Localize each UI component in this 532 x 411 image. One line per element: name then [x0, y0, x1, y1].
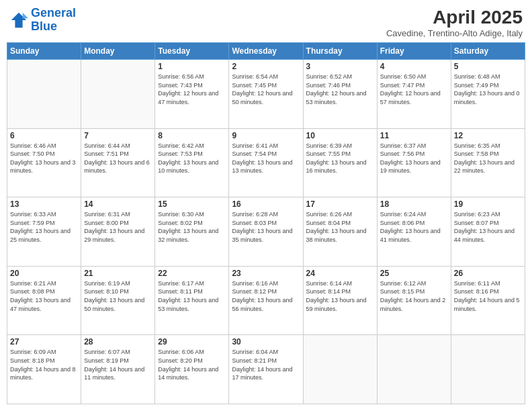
day-info: Sunrise: 6:07 AM Sunset: 8:19 PM Dayligh…: [84, 348, 152, 381]
svg-marker-1: [23, 13, 28, 18]
calendar-cell: 14Sunrise: 6:31 AM Sunset: 8:00 PM Dayli…: [81, 197, 155, 267]
day-number: 3: [306, 62, 374, 71]
logo: General Blue: [9, 7, 76, 34]
day-number: 2: [232, 62, 300, 71]
day-info: Sunrise: 6:26 AM Sunset: 8:04 PM Dayligh…: [306, 210, 374, 244]
day-info: Sunrise: 6:54 AM Sunset: 7:45 PM Dayligh…: [232, 73, 300, 106]
day-info: Sunrise: 6:28 AM Sunset: 8:03 PM Dayligh…: [232, 210, 300, 244]
calendar-cell: 18Sunrise: 6:24 AM Sunset: 8:06 PM Dayli…: [377, 197, 451, 267]
day-number: 12: [454, 131, 522, 140]
col-wednesday: Wednesday: [229, 43, 303, 60]
calendar-week-1: 1Sunrise: 6:56 AM Sunset: 7:43 PM Daylig…: [7, 60, 525, 129]
calendar-week-5: 27Sunrise: 6:09 AM Sunset: 8:18 PM Dayli…: [7, 335, 525, 404]
day-number: 7: [84, 131, 152, 140]
day-number: 10: [306, 131, 374, 140]
day-info: Sunrise: 6:04 AM Sunset: 8:21 PM Dayligh…: [232, 348, 300, 381]
calendar-body: 1Sunrise: 6:56 AM Sunset: 7:43 PM Daylig…: [7, 60, 525, 404]
calendar-table: Sunday Monday Tuesday Wednesday Thursday…: [7, 42, 525, 404]
day-number: 25: [380, 269, 448, 278]
day-info: Sunrise: 6:23 AM Sunset: 8:07 PM Dayligh…: [454, 210, 522, 244]
calendar-cell: 22Sunrise: 6:17 AM Sunset: 8:11 PM Dayli…: [155, 266, 229, 335]
calendar-cell: 28Sunrise: 6:07 AM Sunset: 8:19 PM Dayli…: [81, 335, 155, 404]
col-friday: Friday: [377, 43, 451, 60]
calendar-cell: 29Sunrise: 6:06 AM Sunset: 8:20 PM Dayli…: [155, 335, 229, 404]
day-number: 20: [10, 269, 78, 278]
header: General Blue April 2025 Cavedine, Trenti…: [7, 7, 525, 38]
col-thursday: Thursday: [303, 43, 377, 60]
day-info: Sunrise: 6:46 AM Sunset: 7:50 PM Dayligh…: [10, 142, 78, 175]
day-number: 8: [158, 131, 226, 140]
day-number: 6: [10, 131, 78, 140]
day-number: 13: [10, 199, 78, 209]
calendar-cell: 26Sunrise: 6:11 AM Sunset: 8:16 PM Dayli…: [451, 266, 525, 335]
day-info: Sunrise: 6:21 AM Sunset: 8:08 PM Dayligh…: [10, 279, 78, 313]
day-number: 17: [306, 199, 374, 209]
col-monday: Monday: [81, 43, 155, 60]
calendar-cell: 21Sunrise: 6:19 AM Sunset: 8:10 PM Dayli…: [81, 266, 155, 335]
day-info: Sunrise: 6:16 AM Sunset: 8:12 PM Dayligh…: [232, 279, 300, 313]
subtitle: Cavedine, Trentino-Alto Adige, Italy: [386, 28, 523, 38]
day-number: 24: [306, 269, 374, 278]
day-number: 29: [158, 337, 226, 347]
calendar-cell: 11Sunrise: 6:37 AM Sunset: 7:56 PM Dayli…: [377, 128, 451, 197]
calendar-cell: 13Sunrise: 6:33 AM Sunset: 7:59 PM Dayli…: [7, 197, 81, 267]
calendar-cell: 2Sunrise: 6:54 AM Sunset: 7:45 PM Daylig…: [229, 60, 303, 129]
day-info: Sunrise: 6:52 AM Sunset: 7:46 PM Dayligh…: [306, 73, 374, 106]
day-number: 5: [454, 62, 522, 71]
calendar-cell: 5Sunrise: 6:48 AM Sunset: 7:49 PM Daylig…: [451, 60, 525, 129]
col-sunday: Sunday: [7, 43, 81, 60]
calendar-cell: [303, 335, 377, 404]
day-info: Sunrise: 6:48 AM Sunset: 7:49 PM Dayligh…: [454, 73, 522, 106]
day-info: Sunrise: 6:41 AM Sunset: 7:54 PM Dayligh…: [232, 142, 300, 175]
title-block: April 2025 Cavedine, Trentino-Alto Adige…: [386, 7, 523, 38]
day-number: 21: [84, 269, 152, 278]
day-info: Sunrise: 6:44 AM Sunset: 7:51 PM Dayligh…: [84, 142, 152, 175]
logo-text: General Blue: [31, 7, 76, 34]
day-info: Sunrise: 6:37 AM Sunset: 7:56 PM Dayligh…: [380, 142, 448, 175]
day-number: 11: [380, 131, 448, 140]
day-number: 27: [10, 337, 78, 347]
day-number: 19: [454, 199, 522, 209]
day-number: 9: [232, 131, 300, 140]
day-info: Sunrise: 6:39 AM Sunset: 7:55 PM Dayligh…: [306, 142, 374, 175]
calendar-cell: 1Sunrise: 6:56 AM Sunset: 7:43 PM Daylig…: [155, 60, 229, 129]
day-info: Sunrise: 6:12 AM Sunset: 8:15 PM Dayligh…: [380, 279, 448, 313]
calendar-cell: 3Sunrise: 6:52 AM Sunset: 7:46 PM Daylig…: [303, 60, 377, 129]
day-info: Sunrise: 6:11 AM Sunset: 8:16 PM Dayligh…: [454, 279, 522, 313]
calendar-cell: [7, 60, 81, 129]
day-info: Sunrise: 6:06 AM Sunset: 8:20 PM Dayligh…: [158, 348, 226, 381]
day-info: Sunrise: 6:30 AM Sunset: 8:02 PM Dayligh…: [158, 210, 226, 244]
header-row: Sunday Monday Tuesday Wednesday Thursday…: [7, 43, 525, 60]
calendar-week-2: 6Sunrise: 6:46 AM Sunset: 7:50 PM Daylig…: [7, 128, 525, 197]
day-number: 26: [454, 269, 522, 278]
day-info: Sunrise: 6:17 AM Sunset: 8:11 PM Dayligh…: [158, 279, 226, 313]
calendar-cell: 12Sunrise: 6:35 AM Sunset: 7:58 PM Dayli…: [451, 128, 525, 197]
day-number: 28: [84, 337, 152, 347]
col-tuesday: Tuesday: [155, 43, 229, 60]
calendar-cell: [451, 335, 525, 404]
day-info: Sunrise: 6:24 AM Sunset: 8:06 PM Dayligh…: [380, 210, 448, 244]
day-number: 18: [380, 199, 448, 209]
day-info: Sunrise: 6:33 AM Sunset: 7:59 PM Dayligh…: [10, 210, 78, 244]
calendar-cell: 6Sunrise: 6:46 AM Sunset: 7:50 PM Daylig…: [7, 128, 81, 197]
calendar-cell: [81, 60, 155, 129]
calendar-cell: 27Sunrise: 6:09 AM Sunset: 8:18 PM Dayli…: [7, 335, 81, 404]
calendar-cell: 19Sunrise: 6:23 AM Sunset: 8:07 PM Dayli…: [451, 197, 525, 267]
logo-line1: General: [31, 6, 76, 19]
calendar-cell: 17Sunrise: 6:26 AM Sunset: 8:04 PM Dayli…: [303, 197, 377, 267]
day-info: Sunrise: 6:31 AM Sunset: 8:00 PM Dayligh…: [84, 210, 152, 244]
calendar-cell: 10Sunrise: 6:39 AM Sunset: 7:55 PM Dayli…: [303, 128, 377, 197]
day-info: Sunrise: 6:35 AM Sunset: 7:58 PM Dayligh…: [454, 142, 522, 175]
day-number: 1: [158, 62, 226, 71]
day-info: Sunrise: 6:19 AM Sunset: 8:10 PM Dayligh…: [84, 279, 152, 313]
calendar-cell: 24Sunrise: 6:14 AM Sunset: 8:14 PM Dayli…: [303, 266, 377, 335]
day-number: 22: [158, 269, 226, 278]
day-number: 30: [232, 337, 300, 347]
calendar-week-4: 20Sunrise: 6:21 AM Sunset: 8:08 PM Dayli…: [7, 266, 525, 335]
day-info: Sunrise: 6:50 AM Sunset: 7:47 PM Dayligh…: [380, 73, 448, 106]
day-info: Sunrise: 6:56 AM Sunset: 7:43 PM Dayligh…: [158, 73, 226, 106]
calendar-cell: 25Sunrise: 6:12 AM Sunset: 8:15 PM Dayli…: [377, 266, 451, 335]
day-number: 14: [84, 199, 152, 209]
main-title: April 2025: [386, 7, 523, 28]
day-number: 15: [158, 199, 226, 209]
